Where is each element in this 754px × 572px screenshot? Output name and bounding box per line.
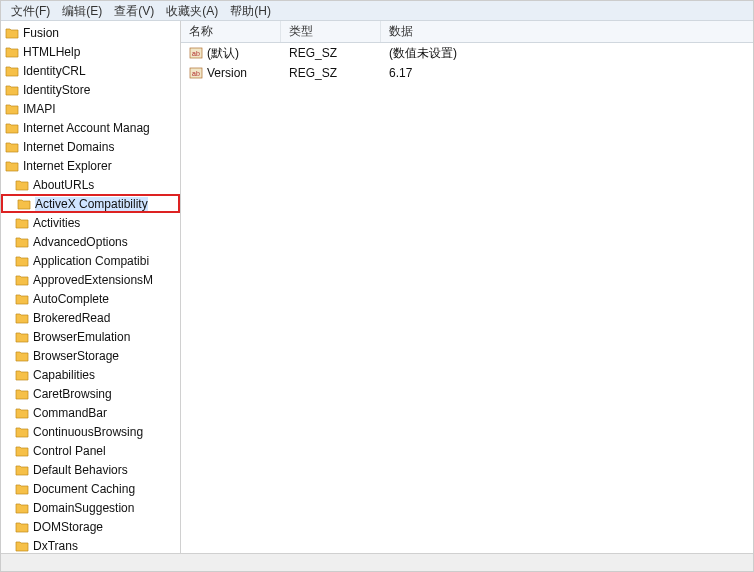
column-header-name[interactable]: 名称 [181, 21, 281, 42]
folder-icon [5, 103, 19, 115]
tree-item[interactable]: Document Caching [1, 479, 180, 498]
tree-item[interactable]: ApprovedExtensionsM [1, 270, 180, 289]
tree-item-label: Internet Domains [23, 140, 114, 154]
value-name-label: (默认) [207, 45, 239, 62]
folder-icon [5, 27, 19, 39]
folder-icon [15, 407, 29, 419]
tree-item[interactable]: Application Compatibi [1, 251, 180, 270]
list-row[interactable]: ab (默认)REG_SZ(数值未设置) [181, 43, 753, 63]
value-name-label: Version [207, 66, 247, 80]
tree-item-label: ActiveX Compatibility [35, 197, 148, 211]
folder-icon [15, 179, 29, 191]
tree-item-label: ApprovedExtensionsM [33, 273, 153, 287]
svg-text:ab: ab [192, 50, 200, 57]
folder-icon [15, 445, 29, 457]
list-rows: ab (默认)REG_SZ(数值未设置) ab VersionREG_SZ6.1… [181, 43, 753, 553]
horizontal-scrollbar[interactable] [1, 553, 753, 571]
tree-item-label: Capabilities [33, 368, 95, 382]
svg-text:ab: ab [192, 70, 200, 77]
cell-type: REG_SZ [281, 66, 381, 80]
tree-item-label: HTMLHelp [23, 45, 80, 59]
tree-item[interactable]: Control Panel [1, 441, 180, 460]
tree-item[interactable]: DxTrans [1, 536, 180, 553]
folder-icon [15, 255, 29, 267]
tree-item[interactable]: Internet Explorer [1, 156, 180, 175]
tree-item[interactable]: BrokeredRead [1, 308, 180, 327]
tree-item[interactable]: Capabilities [1, 365, 180, 384]
string-value-icon: ab [189, 67, 203, 79]
folder-icon [15, 350, 29, 362]
tree-item[interactable]: DomainSuggestion [1, 498, 180, 517]
tree-item-label: AdvancedOptions [33, 235, 128, 249]
folder-icon [15, 483, 29, 495]
cell-data: (数值未设置) [381, 45, 753, 62]
menu-item[interactable]: 收藏夹(A) [160, 3, 224, 18]
value-type-label: REG_SZ [289, 66, 337, 80]
tree-item[interactable]: Internet Domains [1, 137, 180, 156]
folder-icon [15, 464, 29, 476]
menu-item[interactable]: 查看(V) [108, 3, 160, 18]
tree-item[interactable]: ContinuousBrowsing [1, 422, 180, 441]
folder-icon [15, 369, 29, 381]
menu-item[interactable]: 帮助(H) [224, 3, 277, 18]
value-data-label: 6.17 [389, 66, 412, 80]
folder-icon [15, 217, 29, 229]
tree-item[interactable]: Internet Account Manag [1, 118, 180, 137]
cell-type: REG_SZ [281, 46, 381, 60]
tree-item-label: DomainSuggestion [33, 501, 134, 515]
folder-icon [15, 426, 29, 438]
tree-item[interactable]: ActiveX Compatibility [1, 194, 180, 213]
cell-data: 6.17 [381, 66, 753, 80]
tree-item-label: CommandBar [33, 406, 107, 420]
tree-item[interactable]: BrowserStorage [1, 346, 180, 365]
folder-icon [15, 502, 29, 514]
column-header-type[interactable]: 类型 [281, 21, 381, 42]
folder-icon [15, 236, 29, 248]
folder-icon [15, 312, 29, 324]
cell-name: ab (默认) [181, 45, 281, 62]
tree-item-label: Activities [33, 216, 80, 230]
menu-item[interactable]: 文件(F) [5, 3, 56, 18]
folder-icon [5, 84, 19, 96]
list-pane: 名称 类型 数据 ab (默认)REG_SZ(数值未设置) ab Version… [181, 21, 753, 553]
tree-item[interactable]: AboutURLs [1, 175, 180, 194]
tree-item[interactable]: AdvancedOptions [1, 232, 180, 251]
tree-item[interactable]: AutoComplete [1, 289, 180, 308]
folder-icon [5, 65, 19, 77]
menubar: 文件(F)编辑(E)查看(V)收藏夹(A)帮助(H) [1, 1, 753, 21]
tree-item[interactable]: CommandBar [1, 403, 180, 422]
folder-icon [15, 521, 29, 533]
tree-pane[interactable]: Fusion HTMLHelp IdentityCRL IdentityStor… [1, 21, 181, 553]
tree-item-label: DxTrans [33, 539, 78, 553]
column-header-name-label: 名称 [189, 23, 213, 40]
folder-icon [15, 331, 29, 343]
folder-icon [5, 122, 19, 134]
tree-item-label: BrowserEmulation [33, 330, 130, 344]
tree-item[interactable]: Activities [1, 213, 180, 232]
content-area: Fusion HTMLHelp IdentityCRL IdentityStor… [1, 21, 753, 553]
tree-item-label: ContinuousBrowsing [33, 425, 143, 439]
tree-item[interactable]: Fusion [1, 23, 180, 42]
list-row[interactable]: ab VersionREG_SZ6.17 [181, 63, 753, 83]
tree-item-label: Internet Explorer [23, 159, 112, 173]
folder-icon [15, 274, 29, 286]
tree-item-label: Internet Account Manag [23, 121, 150, 135]
tree-item[interactable]: BrowserEmulation [1, 327, 180, 346]
cell-name: ab Version [181, 66, 281, 80]
column-header-data[interactable]: 数据 [381, 21, 753, 42]
tree-item-label: DOMStorage [33, 520, 103, 534]
tree-item[interactable]: CaretBrowsing [1, 384, 180, 403]
folder-icon [15, 293, 29, 305]
tree-item[interactable]: IMAPI [1, 99, 180, 118]
menu-item[interactable]: 编辑(E) [56, 3, 108, 18]
tree-item[interactable]: Default Behaviors [1, 460, 180, 479]
tree-item-label: BrowserStorage [33, 349, 119, 363]
tree-item[interactable]: IdentityCRL [1, 61, 180, 80]
tree-item-label: Control Panel [33, 444, 106, 458]
tree-item-label: Fusion [23, 26, 59, 40]
folder-icon [17, 198, 31, 210]
tree-item[interactable]: DOMStorage [1, 517, 180, 536]
tree-item[interactable]: IdentityStore [1, 80, 180, 99]
tree-item-label: Application Compatibi [33, 254, 149, 268]
tree-item[interactable]: HTMLHelp [1, 42, 180, 61]
